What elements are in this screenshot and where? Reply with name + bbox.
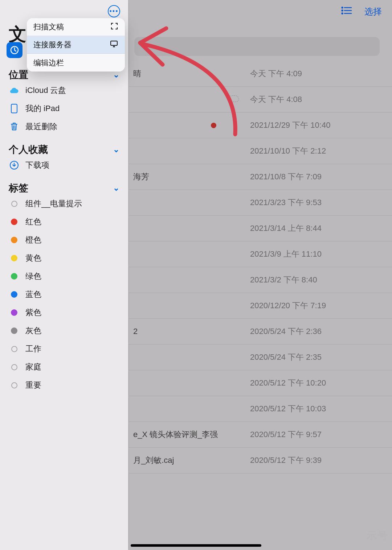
sidebar-tag-item[interactable]: 工作: [0, 340, 128, 358]
file-date: 今天 下午 4:08: [250, 94, 302, 105]
tag-color-dot: [11, 309, 17, 316]
file-row[interactable]: 2021/3/2 下午 8:40: [129, 267, 392, 293]
file-list: 晴今天 下午 4:09今天 下午 4:082021/12/29 下午 10:40…: [129, 61, 392, 473]
popover-item[interactable]: 扫描文稿: [27, 18, 125, 36]
favorites-header-label: 个人收藏: [9, 143, 48, 156]
file-row[interactable]: e_X 镜头体验评测_李强2020/5/12 下午 9:57: [129, 422, 392, 448]
file-date: 2021/12/29 下午 10:40: [250, 120, 330, 131]
popover-item-label: 连接服务器: [33, 40, 72, 50]
recents-selected-icon[interactable]: [7, 42, 23, 58]
sidebar-tag-item[interactable]: 黄色: [0, 249, 128, 267]
sidebar-tag-item[interactable]: 家庭: [0, 358, 128, 376]
popover-item[interactable]: 连接服务器: [27, 36, 125, 54]
ipad-icon: [9, 103, 20, 114]
file-date: 2021/3/14 上午 8:44: [250, 223, 322, 234]
download-icon: [9, 160, 20, 170]
tags-header[interactable]: 标签 ⌄: [0, 182, 128, 195]
tag-color-dot: [11, 327, 17, 334]
file-date: 2021/10/8 下午 7:09: [250, 171, 322, 182]
file-date: 2020/5/12 下午 9:39: [250, 455, 322, 466]
cloud-download-icon: [229, 95, 239, 102]
sidebar-item-label: 下载项: [25, 160, 49, 171]
sidebar-item-cloud[interactable]: iCloud 云盘: [0, 81, 128, 99]
file-row[interactable]: 2020/5/12 下午 10:20: [129, 370, 392, 396]
tag-color-dot: [11, 273, 17, 280]
file-row[interactable]: 2021/3/14 上午 8:44: [129, 216, 392, 241]
sidebar-item-label: 我的 iPad: [25, 103, 60, 114]
tags-header-label: 标签: [9, 182, 28, 195]
watermark: 示号: [367, 529, 388, 543]
sidebar-tag-item[interactable]: 橙色: [0, 231, 128, 249]
file-date: 2020/5/24 下午 2:36: [250, 326, 322, 337]
scan-icon: [110, 22, 118, 32]
sidebar-tag-item[interactable]: 蓝色: [0, 285, 128, 303]
file-date: 2021/10/10 下午 2:12: [250, 146, 326, 156]
file-date: 2020/12/20 下午 7:19: [250, 300, 326, 311]
view-mode-list-icon[interactable]: [341, 6, 352, 17]
file-row[interactable]: 2020/12/20 下午 7:19: [129, 293, 392, 319]
sidebar-item-label: 橙色: [25, 235, 41, 245]
cloud-icon: [9, 86, 20, 94]
svg-point-3: [342, 7, 343, 8]
file-row[interactable]: 海芳2021/10/8 下午 7:09: [129, 164, 392, 190]
tag-ring-icon: [11, 201, 17, 207]
sidebar-tag-item[interactable]: 组件__电量提示: [0, 195, 128, 213]
popover-item[interactable]: 编辑边栏: [27, 54, 125, 72]
file-row[interactable]: 2021/10/10 下午 2:12: [129, 138, 392, 164]
svg-point-4: [342, 10, 343, 11]
sidebar-item-ipad[interactable]: 我的 iPad: [0, 99, 128, 118]
file-row[interactable]: 月_刘敏.caj2020/5/12 下午 9:39: [129, 448, 392, 473]
file-row[interactable]: 晴今天 下午 4:09: [129, 61, 392, 87]
tag-color-dot: [11, 291, 17, 298]
locations-header-label: 位置: [9, 68, 28, 81]
sidebar-tag-item[interactable]: 绿色: [0, 267, 128, 285]
sidebar-item-label: 黄色: [25, 253, 41, 264]
home-indicator: [131, 544, 261, 547]
sidebar-tag-item[interactable]: 重要: [0, 376, 128, 394]
chevron-down-icon: ⌄: [113, 183, 119, 193]
trash-icon: [9, 122, 20, 131]
file-row[interactable]: 今天 下午 4:08: [129, 87, 392, 113]
file-date: 2020/5/12 下午 9:57: [250, 429, 322, 440]
favorites-header[interactable]: 个人收藏 ⌄: [0, 143, 128, 156]
sidebar-item-label: 工作: [25, 343, 41, 354]
sidebar-tag-item[interactable]: 红色: [0, 213, 128, 231]
sidebar-item-label: 重要: [25, 380, 41, 391]
sidebar-item-label: 红色: [25, 216, 41, 227]
tag-ring-icon: [11, 346, 17, 352]
select-button[interactable]: 选择: [364, 6, 382, 17]
monitor-icon: [110, 40, 118, 50]
file-row[interactable]: 2021/12/29 下午 10:40: [129, 113, 392, 138]
sidebar-item-label: 绿色: [25, 271, 41, 282]
sidebar-item-download[interactable]: 下载项: [0, 156, 128, 174]
file-row[interactable]: 22020/5/24 下午 2:36: [129, 319, 392, 345]
popover-item-label: 扫描文稿: [33, 22, 64, 32]
sidebar-item-label: 灰色: [25, 325, 41, 336]
sidebar-item-label: 紫色: [25, 307, 41, 318]
chevron-down-icon: ⌄: [113, 145, 119, 154]
file-row[interactable]: 2020/5/12 下午 10:03: [129, 396, 392, 422]
search-input[interactable]: [134, 37, 380, 56]
popover-item-label: 编辑边栏: [33, 58, 64, 68]
tag-color-dot: [11, 219, 17, 225]
sidebar-item-trash[interactable]: 最近删除: [0, 118, 128, 136]
svg-rect-9: [111, 41, 117, 45]
file-date: 今天 下午 4:09: [250, 68, 302, 79]
sidebar-tag-item[interactable]: 灰色: [0, 322, 128, 340]
file-date: 2020/5/12 下午 10:03: [250, 403, 326, 414]
sidebar-more-button[interactable]: •••: [108, 5, 120, 17]
file-row[interactable]: 2020/5/24 下午 2:35: [129, 345, 392, 370]
file-row[interactable]: 2021/3/23 下午 9:53: [129, 190, 392, 216]
file-date: 2020/5/12 下午 10:20: [250, 378, 326, 388]
sidebar: ••• 文 位置 ⌄ iCloud 云盘我的 iPad最近删除 个人收藏 ⌄ 下…: [0, 0, 128, 550]
file-date: 2021/3/23 下午 9:53: [250, 197, 322, 208]
tag-color-dot: [11, 255, 17, 261]
sidebar-actions-popover: 扫描文稿连接服务器编辑边栏: [27, 18, 125, 72]
tag-color-dot: [11, 237, 17, 243]
sidebar-item-label: 蓝色: [25, 289, 41, 300]
sidebar-item-label: 组件__电量提示: [25, 198, 82, 209]
sidebar-tag-item[interactable]: 紫色: [0, 303, 128, 322]
file-date: 2021/3/2 下午 8:40: [250, 274, 317, 285]
file-row[interactable]: 2021/3/9 上午 11:10: [129, 241, 392, 267]
sidebar-item-label: 最近删除: [25, 121, 57, 132]
